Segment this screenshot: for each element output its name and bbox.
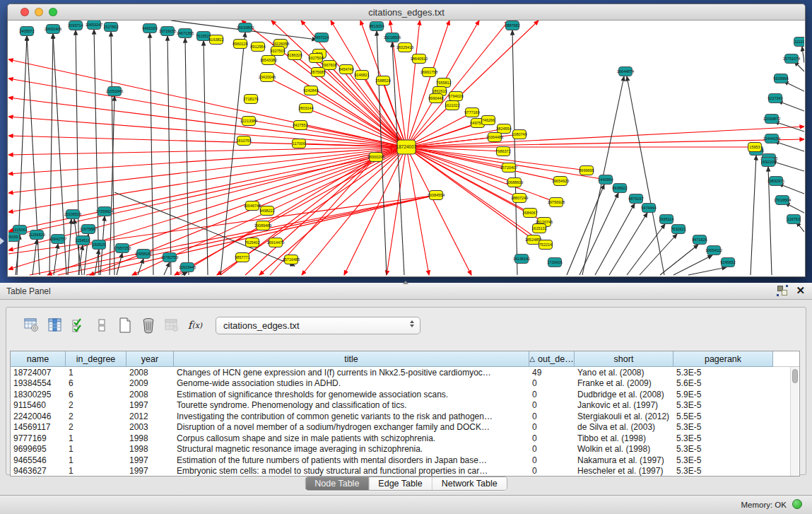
- graph-node[interactable]: 10046748: [244, 201, 261, 211]
- graph-node[interactable]: 8471626: [692, 235, 707, 245]
- graph-node[interactable]: 1692106: [760, 158, 775, 167]
- citation-network-graph[interactable]: 2405572206914062093714106532471527802646…: [8, 21, 804, 276]
- graph-node[interactable]: 746266: [482, 116, 495, 125]
- graph-node[interactable]: 23420046: [259, 73, 276, 82]
- column-header-title[interactable]: title: [174, 351, 529, 367]
- graph-node[interactable]: 17359924: [96, 207, 113, 216]
- graph-node[interactable]: 6794028: [448, 92, 463, 101]
- graph-node[interactable]: 21053346: [106, 87, 123, 96]
- column-header-year[interactable]: year: [126, 351, 174, 367]
- graph-node[interactable]: 2684067: [522, 209, 537, 218]
- graph-node[interactable]: 15720407: [500, 163, 517, 173]
- graph-node[interactable]: 18807249: [511, 194, 528, 203]
- graph-node[interactable]: 20206526: [64, 210, 81, 219]
- graph-node[interactable]: 12923445: [179, 263, 196, 272]
- graph-node[interactable]: 16961758: [420, 68, 437, 77]
- graph-node[interactable]: 19218506: [384, 33, 401, 42]
- graph-node[interactable]: 14136141: [513, 255, 530, 264]
- graph-node[interactable]: 16033809: [237, 23, 254, 33]
- graph-node[interactable]: 2093714: [68, 21, 83, 30]
- graph-node[interactable]: 16644874: [617, 67, 634, 76]
- graph-node[interactable]: 3824554: [496, 124, 511, 134]
- graph-node[interactable]: 9245652: [720, 258, 735, 267]
- graph-node[interactable]: 2405572: [19, 27, 34, 36]
- graph-node[interactable]: 1527802: [103, 23, 118, 32]
- float-panel-icon[interactable]: [777, 286, 787, 296]
- graph-node[interactable]: 8813054: [369, 22, 384, 31]
- graph-node[interactable]: 1615132: [531, 224, 546, 233]
- new-document-icon[interactable]: [117, 317, 134, 334]
- graph-node[interactable]: 19089489: [254, 221, 271, 230]
- graph-node[interactable]: 6879197: [628, 194, 643, 204]
- graph-node[interactable]: 18300295: [367, 153, 384, 162]
- graph-node[interactable]: 117006: [293, 139, 306, 148]
- graph-node[interactable]: 7857224: [314, 33, 329, 42]
- graph-node[interactable]: 10719155: [159, 27, 176, 36]
- graph-node[interactable]: 9327505: [270, 47, 285, 56]
- graph-node[interactable]: 2935114: [659, 215, 673, 224]
- graph-node[interactable]: 1810755: [236, 136, 251, 146]
- graph-node[interactable]: 39159: [8, 233, 20, 242]
- graph-node[interactable]: 7625402: [245, 238, 259, 247]
- window-titlebar[interactable]: citations_edges.txt: [8, 4, 805, 21]
- network-canvas[interactable]: 2405572206914062093714106532471527802646…: [8, 21, 804, 276]
- graph-node[interactable]: 150515: [93, 240, 106, 250]
- table-row[interactable]: 1938455462009Genome-wide association stu…: [11, 378, 799, 390]
- graph-node[interactable]: 16543382: [260, 56, 277, 65]
- column-header-name[interactable]: name: [11, 351, 66, 367]
- graph-node[interactable]: 16782759: [161, 253, 178, 262]
- column-header-in_degree[interactable]: in_degree: [66, 351, 126, 367]
- graph-node[interactable]: 111204: [794, 37, 805, 47]
- graph-node[interactable]: 18325419: [396, 43, 413, 52]
- graph-node[interactable]: 7955812: [436, 78, 451, 88]
- graph-node[interactable]: 9857771: [235, 253, 249, 262]
- graph-node[interactable]: 6466160: [142, 24, 157, 33]
- graph-node[interactable]: 15716485: [283, 255, 300, 264]
- splitter-grip[interactable]: [403, 281, 408, 284]
- graph-node[interactable]: 8938922: [612, 184, 627, 193]
- table-panel-titlebar[interactable]: Table Panel ✕: [0, 283, 812, 300]
- graph-node[interactable]: 12444154: [763, 134, 780, 144]
- graph-node[interactable]: 752214: [539, 240, 553, 250]
- table-row[interactable]: 911546021997Tourette syndrome. Phenomeno…: [11, 400, 799, 411]
- graph-node[interactable]: 20691406: [45, 25, 61, 34]
- graph-node[interactable]: 18724007: [396, 140, 417, 154]
- close-panel-icon[interactable]: ✕: [796, 286, 805, 296]
- graph-node[interactable]: 8990448: [428, 94, 443, 103]
- graph-node[interactable]: 17957253: [114, 244, 131, 253]
- graph-node[interactable]: 19384554: [428, 191, 445, 200]
- graph-node[interactable]: 9163822: [208, 35, 223, 45]
- graph-node[interactable]: 2588520: [375, 76, 390, 86]
- graph-node[interactable]: 8454749: [339, 65, 353, 74]
- graph-node[interactable]: 15953: [748, 143, 762, 152]
- graph-node[interactable]: 1080749: [512, 130, 526, 139]
- graph-node[interactable]: 12975887: [80, 225, 97, 234]
- table-row[interactable]: 969969511998Structural magnetic resonanc…: [11, 444, 799, 455]
- graph-node[interactable]: 2718176: [243, 95, 258, 104]
- table-settings-icon[interactable]: [23, 317, 40, 334]
- table-row[interactable]: 946554611997Estimation of the future num…: [11, 455, 799, 466]
- function-builder-icon[interactable]: f(x): [187, 317, 204, 334]
- graph-node[interactable]: 7632621: [671, 225, 686, 234]
- vertical-scrollbar[interactable]: [790, 367, 799, 476]
- graph-node[interactable]: 9146821: [354, 71, 369, 80]
- tab-network-table[interactable]: Network Table: [433, 477, 507, 490]
- table-columns-icon[interactable]: [47, 317, 64, 334]
- graph-node[interactable]: 9329966: [773, 74, 788, 83]
- graph-node[interactable]: 13942757: [49, 235, 66, 244]
- graph-node[interactable]: 1733426: [547, 258, 562, 267]
- table-row[interactable]: 1830029562008Estimation of significance …: [11, 389, 799, 400]
- graph-node[interactable]: 9474444: [641, 204, 656, 213]
- tab-edge-table[interactable]: Edge Table: [369, 477, 432, 490]
- delete-icon[interactable]: [140, 317, 157, 334]
- graph-node[interactable]: 2875685: [310, 68, 325, 77]
- column-header-out_de[interactable]: △out_de…: [529, 351, 575, 367]
- graph-node[interactable]: 19654923: [552, 177, 569, 186]
- graph-node[interactable]: 20364486: [486, 133, 503, 142]
- rows-icon[interactable]: [93, 317, 110, 334]
- graph-node[interactable]: 9242848: [303, 86, 318, 95]
- graph-node[interactable]: 11156829: [28, 230, 45, 240]
- column-header-short[interactable]: short: [575, 351, 673, 367]
- graph-node[interactable]: 116753: [787, 215, 801, 224]
- graph-node[interactable]: 8960128: [233, 40, 247, 49]
